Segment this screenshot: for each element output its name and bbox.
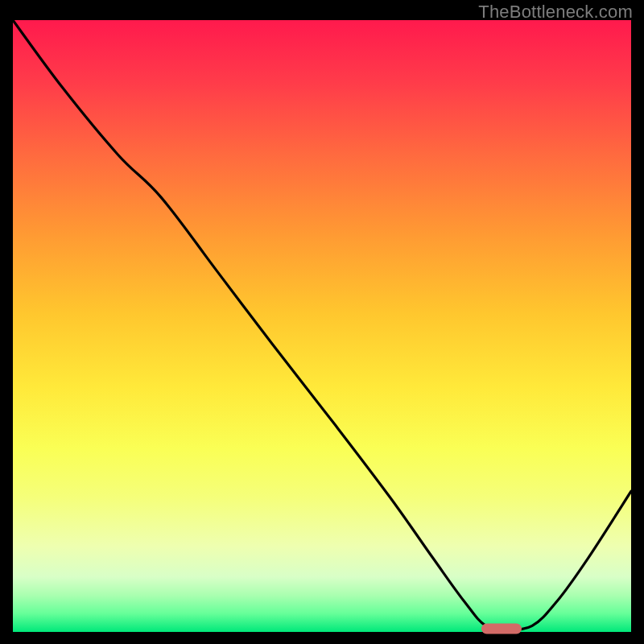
chart-frame: TheBottleneck.com xyxy=(0,0,644,644)
bottleneck-curve xyxy=(13,20,631,632)
plot-area xyxy=(13,20,631,632)
optimal-range-marker xyxy=(481,624,522,634)
